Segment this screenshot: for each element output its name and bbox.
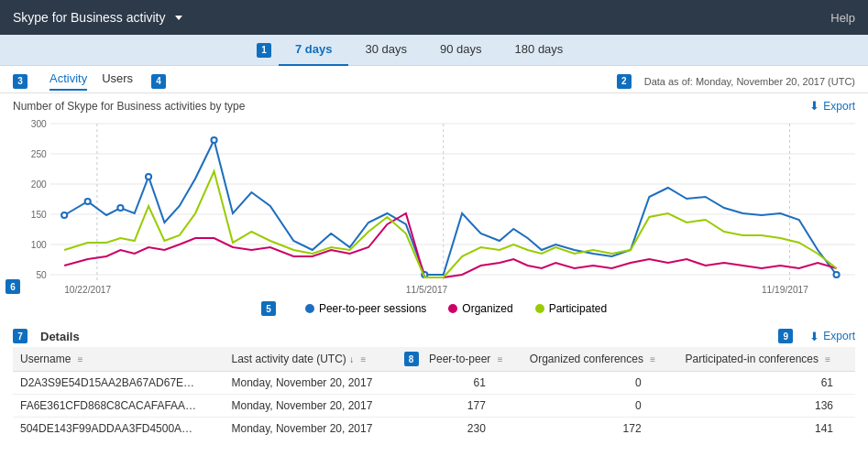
svg-text:50: 50 bbox=[36, 270, 47, 280]
download-icon-details: ⬇ bbox=[809, 330, 819, 343]
filter-icon-participated[interactable]: ≡ bbox=[825, 354, 830, 364]
cell-peer-to-peer: 61 bbox=[397, 372, 522, 395]
legend-dot-peer bbox=[305, 304, 314, 313]
legend-participated: Participated bbox=[535, 302, 607, 315]
legend-label-participated: Participated bbox=[549, 302, 607, 315]
badge-2: 2 bbox=[617, 74, 632, 89]
filter-icon-last-activity[interactable]: ≡ bbox=[361, 354, 367, 364]
details-title-text: Details bbox=[40, 330, 80, 343]
badge-6-area: 6 bbox=[5, 279, 27, 294]
cell-participated: 136 bbox=[678, 395, 855, 418]
details-table: Username ≡ Last activity date (UTC) ↓ ≡ … bbox=[13, 347, 855, 439]
filter-icon-peer[interactable]: ≡ bbox=[498, 354, 503, 364]
cell-last-activity: Monday, November 20, 2017 bbox=[224, 395, 396, 418]
svg-text:11/5/2017: 11/5/2017 bbox=[406, 285, 448, 295]
cell-username: 504DE143F99ADDAA3FD4500A… bbox=[13, 418, 224, 440]
cell-last-activity: Monday, November 20, 2017 bbox=[224, 372, 396, 395]
details-header: 7 Details 9 ⬇ Export bbox=[13, 329, 855, 343]
svg-text:200: 200 bbox=[31, 179, 47, 190]
tab-30days[interactable]: 30 days bbox=[348, 35, 423, 66]
app-title: Skype for Business activity bbox=[13, 10, 166, 25]
table-row: 504DE143F99ADDAA3FD4500A… Monday, Novemb… bbox=[13, 418, 855, 440]
legend-dot-participated bbox=[535, 304, 544, 313]
svg-text:11/19/2017: 11/19/2017 bbox=[762, 285, 808, 295]
badge-1: 1 bbox=[257, 43, 271, 58]
details-title-area: 7 Details bbox=[13, 329, 80, 343]
sort-icon-last-activity[interactable]: ↓ bbox=[349, 354, 354, 364]
details-section: 7 Details 9 ⬇ Export Username ≡ Last act… bbox=[0, 323, 868, 439]
content-tabs-left: 3 Activity Users 4 bbox=[13, 71, 173, 91]
svg-text:150: 150 bbox=[31, 210, 47, 220]
content-tabs-bar: 3 Activity Users 4 2 Data as of: Monday,… bbox=[0, 66, 868, 93]
svg-point-24 bbox=[834, 272, 840, 277]
chart-export-button[interactable]: ⬇ Export bbox=[809, 99, 855, 113]
cell-participated: 61 bbox=[678, 372, 855, 395]
badge-4: 4 bbox=[151, 74, 166, 89]
legend-peer-to-peer: Peer-to-peer sessions bbox=[305, 302, 426, 315]
cell-username: FA6E361CFD868C8CACAFAFAA… bbox=[13, 395, 224, 418]
data-as-of-text: Data as of: Monday, November 20, 2017 (U… bbox=[644, 76, 855, 87]
chart-container: 300 250 200 150 100 50 10/22/2017 11/5/2… bbox=[13, 114, 855, 298]
svg-point-19 bbox=[85, 199, 91, 204]
cell-organized: 0 bbox=[522, 395, 678, 418]
cell-username: D2A3S9E54D15AA2BA67AD67E… bbox=[13, 372, 224, 395]
data-as-of-area: 2 Data as of: Monday, November 20, 2017 … bbox=[617, 74, 855, 89]
badge-9: 9 bbox=[778, 329, 793, 343]
chart-svg: 300 250 200 150 100 50 10/22/2017 11/5/2… bbox=[13, 114, 855, 298]
legend-label-organized: Organized bbox=[462, 302, 512, 315]
legend-organized: Organized bbox=[448, 302, 512, 315]
svg-text:100: 100 bbox=[31, 240, 47, 250]
badge-3: 3 bbox=[13, 74, 27, 89]
table-header-row: Username ≡ Last activity date (UTC) ↓ ≡ … bbox=[13, 347, 855, 372]
col-last-activity[interactable]: Last activity date (UTC) ↓ ≡ bbox=[224, 347, 396, 372]
legend-dot-organized bbox=[448, 304, 457, 313]
download-icon: ⬇ bbox=[809, 99, 819, 113]
svg-text:300: 300 bbox=[31, 119, 47, 129]
tab-180days[interactable]: 180 days bbox=[499, 35, 580, 66]
col-username[interactable]: Username ≡ bbox=[13, 347, 224, 372]
svg-text:10/22/2017: 10/22/2017 bbox=[64, 285, 111, 295]
badge-6: 6 bbox=[5, 279, 20, 294]
legend-label-peer: Peer-to-peer sessions bbox=[319, 302, 426, 315]
cell-organized: 172 bbox=[522, 418, 678, 440]
cell-organized: 0 bbox=[522, 372, 678, 395]
details-table-wrapper[interactable]: Username ≡ Last activity date (UTC) ↓ ≡ … bbox=[13, 347, 855, 439]
chevron-down-icon[interactable] bbox=[175, 16, 182, 20]
time-tabs-bar: 1 7 days 30 days 90 days 180 days bbox=[0, 35, 868, 66]
badge-8: 8 bbox=[404, 352, 419, 366]
svg-point-18 bbox=[61, 212, 67, 218]
table-row: FA6E361CFD868C8CACAFAFAA… Monday, Novemb… bbox=[13, 395, 855, 418]
chart-title: Number of Skype for Business activities … bbox=[13, 100, 245, 113]
tab-7days[interactable]: 7 days bbox=[279, 35, 348, 66]
filter-icon-organized[interactable]: ≡ bbox=[650, 354, 655, 364]
table-row: D2A3S9E54D15AA2BA67AD67E… Monday, Novemb… bbox=[13, 372, 855, 395]
cell-participated: 141 bbox=[678, 418, 855, 440]
cell-peer-to-peer: 230 bbox=[397, 418, 522, 440]
cell-last-activity: Monday, November 20, 2017 bbox=[224, 418, 396, 440]
help-link[interactable]: Help bbox=[830, 11, 855, 25]
badge-5: 5 bbox=[261, 301, 276, 316]
chart-header: Number of Skype for Business activities … bbox=[13, 99, 855, 113]
details-export-button[interactable]: 9 ⬇ Export bbox=[778, 329, 855, 343]
tab-activity[interactable]: Activity bbox=[49, 71, 87, 91]
tab-users[interactable]: Users bbox=[102, 71, 133, 91]
cell-peer-to-peer: 177 bbox=[397, 395, 522, 418]
col-peer-to-peer[interactable]: 8 Peer-to-peer ≡ bbox=[397, 347, 522, 372]
chart-section: Number of Skype for Business activities … bbox=[0, 93, 868, 323]
svg-text:250: 250 bbox=[31, 149, 47, 159]
badge-7: 7 bbox=[13, 329, 27, 343]
col-participated[interactable]: Participated-in conferences ≡ bbox=[678, 347, 855, 372]
svg-point-21 bbox=[146, 174, 151, 179]
chart-legend: 5 Peer-to-peer sessions Organized Partic… bbox=[13, 301, 855, 316]
col-organized[interactable]: Organized conferences ≡ bbox=[522, 347, 678, 372]
app-header: Skype for Business activity Help bbox=[0, 0, 868, 35]
filter-icon-username[interactable]: ≡ bbox=[78, 354, 83, 364]
header-title-area: Skype for Business activity bbox=[13, 10, 182, 25]
tab-90days[interactable]: 90 days bbox=[423, 35, 499, 66]
svg-point-22 bbox=[211, 137, 216, 143]
svg-point-20 bbox=[117, 205, 123, 211]
